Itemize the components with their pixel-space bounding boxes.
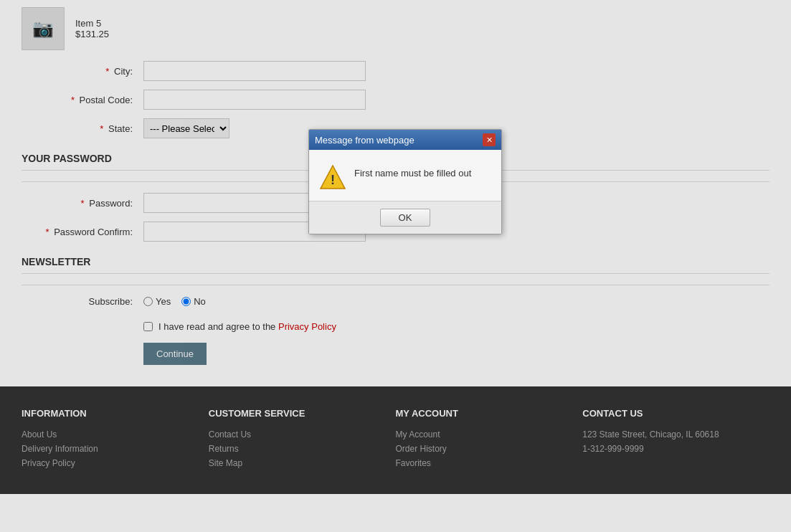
svg-text:!: ! [331,173,335,187]
warning-icon: ! [320,164,346,190]
modal-message: First name must be filled out [354,164,471,179]
modal-dialog: Message from webpage ✕ ! First name must… [308,129,502,234]
modal-close-button[interactable]: ✕ [483,133,496,146]
modal-title: Message from webpage [315,135,415,146]
modal-overlay: Message from webpage ✕ ! First name must… [0,0,791,494]
modal-ok-button[interactable]: OK [380,209,431,227]
modal-body: ! First name must be filled out [309,150,501,201]
modal-footer: OK [309,201,501,234]
modal-header: Message from webpage ✕ [309,130,501,150]
